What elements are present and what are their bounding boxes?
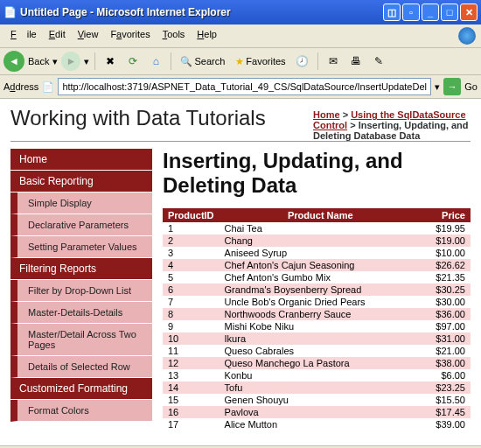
cell-price: $39.00 <box>422 418 471 430</box>
cell-price: $38.00 <box>422 357 471 369</box>
menu-tools[interactable]: Tools <box>157 27 191 45</box>
table-row: 16Pavlova$17.45 <box>163 406 471 418</box>
shrink-button[interactable]: ◫ <box>383 4 401 21</box>
nav-item[interactable]: Details of Selected Row <box>10 356 152 378</box>
restore-button[interactable]: ▫ <box>402 4 420 21</box>
cell-price: $31.00 <box>422 332 471 345</box>
toolbar-separator <box>94 52 95 70</box>
menu-file[interactable]: File <box>5 27 42 45</box>
close-button[interactable]: ✕ <box>460 4 478 21</box>
table-row: 6Grandma's Boysenberry Spread$30.25 <box>163 284 471 296</box>
cell-name: Alice Mutton <box>220 418 422 430</box>
menu-help[interactable]: Help <box>192 27 222 45</box>
cell-id: 17 <box>163 418 220 430</box>
table-row: 13Konbu$6.00 <box>163 369 471 382</box>
history-button[interactable]: 🕗 <box>293 52 312 71</box>
table-row: 11Queso Cabrales$21.00 <box>163 345 471 357</box>
edit-button[interactable]: ✎ <box>369 52 388 71</box>
cell-name: Uncle Bob's Organic Dried Pears <box>220 296 422 308</box>
print-button[interactable]: 🖶 <box>346 52 366 71</box>
cell-price: $10.00 <box>422 247 471 259</box>
nav-item[interactable]: Simple Display <box>10 192 152 214</box>
go-label[interactable]: Go <box>464 81 478 92</box>
main-heading: Inserting, Updating, and Deleting Data <box>163 149 471 198</box>
cell-id: 16 <box>163 406 220 418</box>
cell-price: $36.00 <box>422 308 471 320</box>
minimize-button[interactable]: _ <box>422 4 439 21</box>
favorites-button[interactable]: ★Favorites <box>232 54 289 69</box>
cell-id: 7 <box>163 296 220 308</box>
breadcrumb-home-link[interactable]: Home <box>313 109 340 120</box>
cell-id: 10 <box>163 332 220 345</box>
cell-id: 12 <box>163 357 220 369</box>
cell-name: Genen Shouyu <box>220 394 422 406</box>
breadcrumb: Home > Using the SqlDataSource Control >… <box>313 109 471 141</box>
maximize-button[interactable]: □ <box>441 4 458 21</box>
window-titlebar: 📄 Untitled Page - Microsoft Internet Exp… <box>0 0 481 24</box>
forward-dropdown-icon[interactable]: ▾ <box>84 56 89 67</box>
cell-price: $30.25 <box>422 284 471 296</box>
ie-page-icon: 📄 <box>3 6 17 18</box>
main-panel: Inserting, Updating, and Deleting Data P… <box>163 149 471 430</box>
nav-heading[interactable]: Basic Reporting <box>10 171 152 192</box>
refresh-button[interactable]: ⟳ <box>123 52 143 71</box>
cell-price: $17.45 <box>422 406 471 418</box>
table-row: 8Northwoods Cranberry Sauce$36.00 <box>163 308 471 320</box>
cell-price: $23.25 <box>422 382 471 394</box>
cell-name: Mishi Kobe Niku <box>220 320 422 332</box>
nav-heading[interactable]: Filtering Reports <box>10 258 152 280</box>
nav-item[interactable]: Setting Parameter Values <box>10 236 152 258</box>
cell-name: Queso Cabrales <box>220 345 422 357</box>
toolbar: ◄ Back ▾ ► ▾ ✖ ⟳ ⌂ 🔍Search ★Favorites 🕗 … <box>0 48 481 75</box>
nav-heading[interactable]: Customized Formatting <box>10 378 152 400</box>
toolbar-separator <box>317 52 318 70</box>
cell-price: $26.62 <box>422 259 471 271</box>
stop-button[interactable]: ✖ <box>101 52 120 71</box>
page-content: Working with Data Tutorials Home > Using… <box>0 99 481 445</box>
table-row: 15Genen Shouyu$15.50 <box>163 394 471 406</box>
menu-edit[interactable]: Edit <box>44 27 71 45</box>
home-button[interactable]: ⌂ <box>146 52 165 71</box>
menu-favorites[interactable]: Favorites <box>105 27 155 45</box>
products-table: ProductID Product Name Price 1Chai Tea$1… <box>163 208 471 430</box>
forward-button: ► <box>61 52 80 71</box>
toolbar-separator <box>171 52 171 70</box>
cell-name: Queso Manchego La Pastora <box>220 357 422 369</box>
cell-price: $15.50 <box>422 394 471 406</box>
cell-id: 13 <box>163 369 220 382</box>
nav-heading[interactable]: Home <box>10 149 152 171</box>
sidebar: HomeBasic ReportingSimple DisplayDeclara… <box>10 149 152 430</box>
cell-price: $21.35 <box>422 271 471 284</box>
address-bar: Address 📄 ▾ → Go <box>0 75 481 99</box>
nav-item[interactable]: Declarative Parameters <box>10 214 152 236</box>
address-dropdown-icon[interactable]: ▾ <box>435 81 440 93</box>
search-icon: 🔍 <box>180 56 192 67</box>
star-icon: ★ <box>235 56 244 67</box>
address-label: Address <box>3 81 38 92</box>
cell-id: 15 <box>163 394 220 406</box>
go-button[interactable]: → <box>443 78 461 95</box>
nav-item[interactable]: Format Colors <box>10 400 152 422</box>
mail-button[interactable]: ✉ <box>324 52 343 71</box>
address-input[interactable] <box>58 78 431 95</box>
nav-item[interactable]: Master/Detail Across Two Pages <box>10 324 152 356</box>
menu-view[interactable]: View <box>73 27 104 45</box>
table-row: 7Uncle Bob's Organic Dried Pears$30.00 <box>163 296 471 308</box>
table-row: 4Chef Anton's Cajun Seasoning$26.62 <box>163 259 471 271</box>
cell-id: 2 <box>163 234 220 247</box>
back-button[interactable]: ◄ <box>3 51 24 72</box>
table-row: 9Mishi Kobe Niku$97.00 <box>163 320 471 332</box>
back-dropdown-icon[interactable]: ▾ <box>52 56 58 67</box>
divider <box>10 141 471 142</box>
cell-price: $19.00 <box>422 234 471 247</box>
col-productname: Product Name <box>220 208 422 222</box>
search-button[interactable]: 🔍Search <box>177 54 228 69</box>
nav-item[interactable]: Master-Details-Details <box>10 302 152 324</box>
nav-item[interactable]: Filter by Drop-Down List <box>10 280 152 302</box>
table-row: 3Aniseed Syrup$10.00 <box>163 247 471 259</box>
table-row: 12Queso Manchego La Pastora$38.00 <box>163 357 471 369</box>
cell-price: $97.00 <box>422 320 471 332</box>
table-row: 1Chai Tea$19.95 <box>163 222 471 234</box>
cell-price: $21.00 <box>422 345 471 357</box>
back-label[interactable]: Back <box>28 56 49 66</box>
